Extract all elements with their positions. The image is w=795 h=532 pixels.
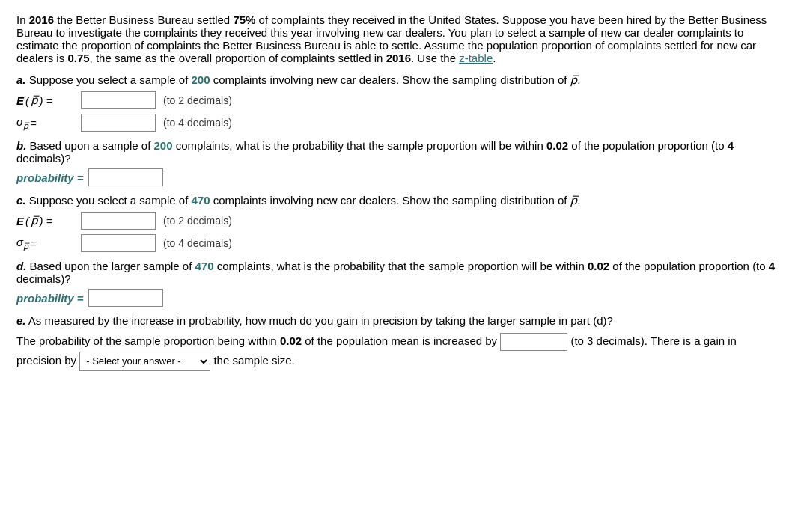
section-e-002: 0.02 <box>280 334 302 347</box>
prob-b-label: probability = <box>16 171 84 184</box>
section-b-text4: decimals)? <box>16 152 71 165</box>
section-b-text3: of the population proportion (to <box>568 139 728 152</box>
sigma-c-line: σp̅ = (to 4 decimals) <box>16 234 779 252</box>
intro-text5: . Use the <box>411 52 459 64</box>
section-e-text: As measured by the increase in probabili… <box>28 314 613 327</box>
section-b-200: 200 <box>153 139 172 152</box>
prob-d-input[interactable] <box>88 289 163 307</box>
ep-c-note: (to 2 decimals) <box>163 215 232 227</box>
section-a-description: a. Suppose you select a sample of 200 co… <box>16 73 779 87</box>
section-b-text1: Based upon a sample of <box>30 139 154 152</box>
section-a-text2: complaints involving new car dealers. Sh… <box>210 73 581 86</box>
page-container: In 2016 the Better Business Bureau settl… <box>16 13 779 371</box>
intro-text4: , the same as the overall proportion of … <box>90 52 386 64</box>
precision-e-input[interactable] <box>500 333 567 351</box>
section-b-002: 0.02 <box>546 139 568 152</box>
prop-075: 0.75 <box>67 52 89 64</box>
sigma-a-input[interactable] <box>81 114 156 132</box>
sigma-c-label: σp̅ = <box>16 236 76 251</box>
percent-75: 75% <box>233 13 255 26</box>
year-2016-bold: 2016 <box>29 13 54 26</box>
section-c-letter: c. <box>16 194 26 207</box>
prob-d-label: probability = <box>16 292 84 305</box>
section-b-4: 4 <box>728 139 734 152</box>
ep-a-input[interactable] <box>81 91 156 109</box>
section-e: e. As measured by the increase in probab… <box>16 314 779 371</box>
sigma-c-input[interactable] <box>81 234 156 252</box>
section-c-description: c. Suppose you select a sample of 470 co… <box>16 194 779 207</box>
section-d-text4: decimals)? <box>16 272 71 285</box>
section-e-letter: e. <box>16 314 26 327</box>
section-b-description: b. Based upon a sample of 200 complaints… <box>16 139 779 165</box>
z-table-link[interactable]: z-table <box>459 52 493 64</box>
ep-c-label: E(p̅) = <box>16 214 76 227</box>
section-a-text1: Suppose you select a sample of <box>29 73 192 86</box>
section-d-description: d. Based upon the larger sample of 470 c… <box>16 260 779 285</box>
section-b-text2: complaints, what is the probability that… <box>173 139 546 152</box>
section-a-200: 200 <box>191 73 210 86</box>
ep-c-line: E(p̅) = (to 2 decimals) <box>16 212 779 230</box>
section-e-description: e. As measured by the increase in probab… <box>16 314 779 327</box>
section-d: d. Based upon the larger sample of 470 c… <box>16 260 779 307</box>
section-a: a. Suppose you select a sample of 200 co… <box>16 73 779 132</box>
sigma-a-line: σp̅ = (to 4 decimals) <box>16 114 779 132</box>
section-e-text-after: the sample size. <box>210 354 295 367</box>
section-a-letter: a. <box>16 73 26 86</box>
section-e-text-mid: of the population mean is increased by <box>302 334 500 347</box>
section-d-4: 4 <box>769 260 775 272</box>
intro-text: In <box>16 13 29 26</box>
prob-d-line: probability = <box>16 289 779 307</box>
section-c-text1: Suppose you select a sample of <box>29 194 192 207</box>
sigma-a-note: (to 4 decimals) <box>163 117 232 129</box>
year-2016-bold2: 2016 <box>386 52 411 64</box>
sigma-a-label: σp̅ = <box>16 115 76 131</box>
section-d-002: 0.02 <box>588 260 609 272</box>
section-c-470: 470 <box>191 194 210 207</box>
ep-a-line: E(p̅) = (to 2 decimals) <box>16 91 779 109</box>
section-b: b. Based upon a sample of 200 complaints… <box>16 139 779 186</box>
select-answer-dropdown[interactable]: - Select your answer - increasing decrea… <box>79 352 210 371</box>
section-d-text1: Based upon the larger sample of <box>30 260 195 272</box>
section-c: c. Suppose you select a sample of 470 co… <box>16 194 779 252</box>
section-e-content: The probability of the sample proportion… <box>16 331 779 371</box>
ep-a-note: (to 2 decimals) <box>163 94 232 106</box>
section-d-470: 470 <box>195 260 214 272</box>
ep-c-input[interactable] <box>81 212 156 230</box>
section-b-letter: b. <box>16 139 26 152</box>
section-d-letter: d. <box>16 260 26 272</box>
ep-a-label: E(p̅) = <box>16 94 76 107</box>
intro-period: . <box>493 52 496 64</box>
intro-text2: the Better Business Bureau settled <box>54 13 233 26</box>
prob-b-line: probability = <box>16 168 779 186</box>
sigma-c-note: (to 4 decimals) <box>163 237 232 249</box>
section-e-text-before: The probability of the sample proportion… <box>16 334 280 347</box>
section-d-text3: of the population proportion (to <box>609 260 769 272</box>
intro-paragraph: In 2016 the Better Business Bureau settl… <box>16 13 779 64</box>
prob-b-input[interactable] <box>88 168 163 186</box>
section-c-text2: complaints involving new car dealers. Sh… <box>210 194 581 207</box>
section-d-text2: complaints, what is the probability that… <box>214 260 588 272</box>
